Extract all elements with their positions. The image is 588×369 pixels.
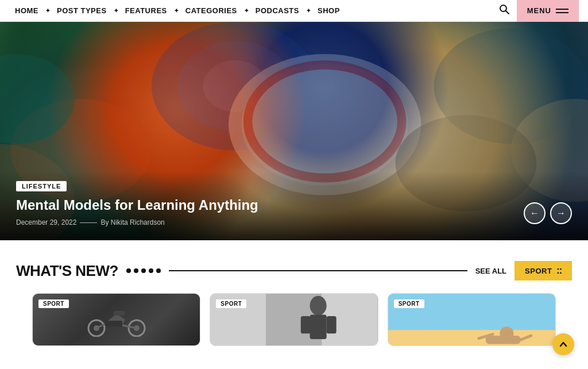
nav-sep-5: ✦ — [305, 7, 312, 14]
nav-item-podcasts[interactable]: PODCASTS — [250, 6, 305, 15]
hero-author: By Nikita Richardson — [100, 218, 164, 226]
see-all-link[interactable]: SEE ALL — [475, 267, 506, 275]
hero-title: Mental Models for Learning Anything — [16, 197, 572, 214]
svg-line-1 — [505, 11, 509, 14]
nav-sep-3: ✦ — [173, 7, 180, 14]
nav-item-home[interactable]: HOME — [9, 6, 44, 15]
svg-rect-22 — [105, 321, 122, 326]
whats-new-section: WHAT'S NEW? SEE ALL SPORT :: — [0, 240, 588, 358]
hero-date: December 29, 2022 — [16, 218, 76, 226]
nav-item-shop[interactable]: SHOP — [312, 6, 346, 15]
nav-item-features[interactable]: FEATURES — [119, 6, 173, 15]
whats-new-title: WHAT'S NEW? — [16, 262, 118, 280]
whats-new-decoration — [126, 268, 161, 273]
hero-arrows: ← → — [524, 202, 572, 224]
sport-filter-label: SPORT — [525, 267, 552, 275]
list-item[interactable]: SPORT — [32, 293, 200, 346]
svg-rect-30 — [388, 330, 555, 345]
hero-prev-button[interactable]: ← — [524, 202, 546, 224]
nav-sep-1: ✦ — [44, 7, 51, 14]
menu-button[interactable]: MENU — [517, 0, 579, 22]
dot-5 — [156, 268, 161, 273]
dot-3 — [141, 268, 146, 273]
card-image-beach: SPORT — [388, 294, 555, 345]
scroll-to-top-button[interactable] — [552, 333, 574, 355]
svg-rect-19 — [114, 311, 125, 316]
hero-meta-divider — [80, 222, 97, 223]
navigation: HOME ✦ POST TYPES ✦ FEATURES ✦ CATEGORIE… — [0, 0, 588, 22]
whats-new-header: WHAT'S NEW? SEE ALL SPORT :: — [16, 261, 572, 280]
svg-rect-32 — [486, 336, 521, 344]
svg-point-25 — [310, 296, 327, 316]
card-badge: SPORT — [216, 299, 246, 308]
search-icon[interactable] — [492, 3, 517, 18]
sport-filter-button[interactable]: SPORT :: — [514, 261, 572, 280]
list-item[interactable]: SPORT — [388, 293, 556, 346]
hero-category-badge[interactable]: LIFESTYLE — [16, 181, 67, 191]
svg-rect-27 — [301, 316, 311, 333]
card-image-person: SPORT — [210, 294, 377, 345]
dot-2 — [134, 268, 138, 273]
card-image-motorcycle: SPORT — [33, 294, 200, 345]
hero-next-button[interactable]: → — [550, 202, 572, 224]
hero-section: LIFESTYLE Mental Models for Learning Any… — [0, 22, 588, 240]
nav-item-post-types[interactable]: POST TYPES — [51, 6, 113, 15]
whats-new-controls: SEE ALL SPORT :: — [475, 261, 572, 280]
card-badge: SPORT — [38, 299, 69, 308]
hamburger-icon — [556, 9, 568, 13]
svg-rect-28 — [327, 316, 336, 333]
svg-rect-26 — [310, 315, 327, 339]
dot-1 — [126, 268, 131, 273]
nav-sep-2: ✦ — [113, 7, 119, 14]
nav-items: HOME ✦ POST TYPES ✦ FEATURES ✦ CATEGORIE… — [9, 6, 492, 15]
hero-meta: December 29, 2022 By Nikita Richardson — [16, 218, 572, 226]
dot-4 — [149, 268, 153, 273]
cards-row: SPORT SPORT — [16, 293, 572, 346]
sport-filter-icon: :: — [556, 266, 562, 276]
nav-sep-4: ✦ — [243, 7, 250, 14]
menu-label: MENU — [527, 6, 551, 15]
hero-content: LIFESTYLE Mental Models for Learning Any… — [0, 169, 588, 240]
card-badge: SPORT — [394, 299, 424, 308]
list-item[interactable]: SPORT — [210, 293, 378, 346]
nav-item-categories[interactable]: CATEGORIES — [180, 6, 243, 15]
whats-new-line — [169, 270, 467, 271]
